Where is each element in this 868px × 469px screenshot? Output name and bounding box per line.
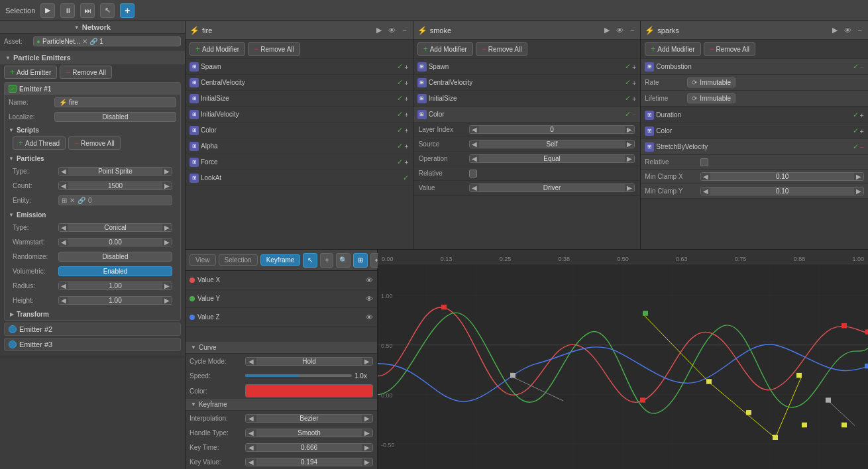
op-prev[interactable]: ◀	[470, 155, 479, 162]
valuez-eye[interactable]: 👁	[366, 313, 373, 321]
kf-green1[interactable]	[643, 311, 648, 315]
sis-plus[interactable]: +	[632, 94, 636, 103]
kt-prev[interactable]: ◀	[246, 444, 256, 451]
val-next[interactable]: ▶	[625, 184, 634, 191]
iv-plus[interactable]: +	[404, 110, 408, 119]
sparks-add-modifier-btn[interactable]: + Add Modifier	[645, 42, 700, 56]
value-stepper[interactable]: ◀ Driver ▶	[469, 183, 635, 192]
ss-check[interactable]: ✓	[625, 62, 631, 71]
smoke-remove-all-btn[interactable]: − Remove All	[476, 42, 528, 56]
spawn-check[interactable]: ✓	[397, 62, 403, 71]
sparks-play-btn[interactable]: ▶	[830, 25, 840, 35]
sbv-relative-checkbox[interactable]	[700, 158, 708, 166]
lifetime-value-row[interactable]: ⟳ Immutable	[687, 93, 735, 103]
play-button[interactable]: ▶	[40, 3, 55, 18]
type-next[interactable]: ▶	[162, 168, 172, 175]
scv-plus[interactable]: +	[632, 78, 636, 87]
key-time-stepper[interactable]: ◀ 0.666 ▶	[245, 443, 373, 452]
remove-all-emitters-btn[interactable]: − Remove All	[60, 66, 112, 79]
fa-check[interactable]: ✓	[397, 142, 403, 150]
type-stepper[interactable]: ◀ Point Sprite ▶	[58, 167, 172, 176]
sparks-close-btn[interactable]: −	[856, 26, 864, 35]
radius-stepper[interactable]: ◀ 1.00 ▶	[58, 282, 172, 290]
sc-cross[interactable]: −	[632, 110, 636, 119]
smoke-add-modifier-btn[interactable]: + Add Modifier	[417, 42, 473, 56]
li-next[interactable]: ▶	[625, 126, 634, 133]
cycle-mode-stepper[interactable]: ◀ Hold ▶	[245, 357, 373, 366]
sparks-remove-all-btn[interactable]: − Remove All	[704, 42, 756, 56]
selection-tab[interactable]: Selection	[219, 254, 258, 266]
view-tab[interactable]: View	[190, 254, 216, 266]
cursor-tool[interactable]: ↖	[303, 253, 317, 268]
kv-prev[interactable]: ◀	[246, 458, 256, 466]
speed-slider[interactable]	[245, 374, 352, 377]
emission-type-next[interactable]: ▶	[162, 224, 172, 231]
kf-red1[interactable]	[441, 305, 447, 309]
fire-close-btn[interactable]: −	[400, 26, 408, 35]
spawn-plus[interactable]: +	[404, 62, 408, 71]
ht-next[interactable]: ▶	[362, 429, 372, 437]
network-arrow[interactable]: ▼	[74, 25, 80, 30]
scripts-header[interactable]: ▼ Scripts	[9, 125, 176, 135]
comb-cross[interactable]: −	[860, 62, 864, 71]
kf-yellow3[interactable]	[773, 435, 778, 440]
kf-yellow5[interactable]	[802, 423, 807, 427]
mcx-prev[interactable]: ◀	[701, 173, 710, 180]
fc-check[interactable]: ✓	[397, 126, 403, 134]
fa-plus[interactable]: +	[404, 142, 408, 150]
cm-prev[interactable]: ◀	[246, 358, 256, 365]
minclampx-stepper[interactable]: ◀ 0.10 ▶	[700, 172, 864, 181]
fc-plus[interactable]: +	[404, 126, 408, 134]
count-prev[interactable]: ◀	[59, 182, 68, 189]
emitter1-header[interactable]: ✓ Emitter #1	[5, 83, 180, 95]
key-value-stepper[interactable]: ◀ 0.194 ▶	[245, 458, 373, 466]
valuey-eye[interactable]: 👁	[366, 295, 373, 303]
height-stepper[interactable]: ◀ 1.00 ▶	[58, 296, 172, 305]
fla-check[interactable]: ✓	[403, 174, 409, 182]
valuex-eye[interactable]: 👁	[366, 276, 373, 284]
interpolation-stepper[interactable]: ◀ Bezier ▶	[245, 414, 373, 423]
ss-plus[interactable]: +	[632, 62, 636, 71]
transform-header[interactable]: ▶ Transform	[10, 311, 175, 318]
height-next[interactable]: ▶	[162, 297, 172, 304]
minclampy-stepper[interactable]: ◀ 0.10 ▶	[700, 187, 864, 195]
emitter3-item[interactable]: Emitter #3	[4, 338, 181, 351]
step-button[interactable]: ⏭	[80, 3, 95, 18]
particle-emitters-header[interactable]: ▼ Particle Emitters	[0, 51, 185, 64]
mcy-next[interactable]: ▶	[854, 187, 863, 195]
height-prev[interactable]: ◀	[59, 297, 68, 304]
cv-check[interactable]: ✓	[397, 78, 403, 87]
particles-header[interactable]: ▼ Particles	[9, 154, 176, 164]
spkc-plus[interactable]: +	[860, 127, 864, 135]
kf-red2[interactable]	[640, 397, 645, 402]
color-swatch[interactable]	[245, 384, 373, 397]
src-next[interactable]: ▶	[625, 140, 634, 148]
kf-yellow1[interactable]	[706, 379, 712, 384]
emission-type-prev[interactable]: ◀	[59, 224, 68, 231]
radius-prev[interactable]: ◀	[59, 282, 68, 289]
rate-value-row[interactable]: ⟳ Immutable	[687, 78, 735, 87]
pause-button[interactable]: ⏸	[60, 3, 75, 18]
sis-check[interactable]: ✓	[625, 94, 631, 103]
scv-check[interactable]: ✓	[625, 78, 631, 87]
emitter2-item[interactable]: Emitter #2	[4, 323, 181, 336]
sbv-check[interactable]: ✓	[853, 142, 859, 151]
mcx-next[interactable]: ▶	[854, 173, 863, 180]
is-check[interactable]: ✓	[397, 94, 403, 103]
comb-check[interactable]: ✓	[853, 62, 859, 71]
kf-yellow6[interactable]	[841, 423, 847, 427]
cv-plus[interactable]: +	[404, 78, 408, 87]
li-prev[interactable]: ◀	[470, 126, 479, 133]
search-tool[interactable]: 🔍	[336, 253, 351, 268]
mcy-prev[interactable]: ◀	[701, 187, 710, 195]
cm-next[interactable]: ▶	[362, 358, 372, 365]
ff-plus[interactable]: +	[404, 158, 408, 166]
kt-next[interactable]: ▶	[362, 444, 372, 451]
count-stepper[interactable]: ◀ 1500 ▶	[58, 182, 172, 190]
op-next[interactable]: ▶	[625, 155, 634, 162]
kv-next[interactable]: ▶	[362, 458, 372, 466]
randomize-value[interactable]: Disabled	[58, 252, 172, 262]
sc-check[interactable]: ✓	[625, 110, 631, 119]
kf-red4[interactable]	[865, 329, 868, 334]
is-plus[interactable]: +	[404, 94, 408, 103]
